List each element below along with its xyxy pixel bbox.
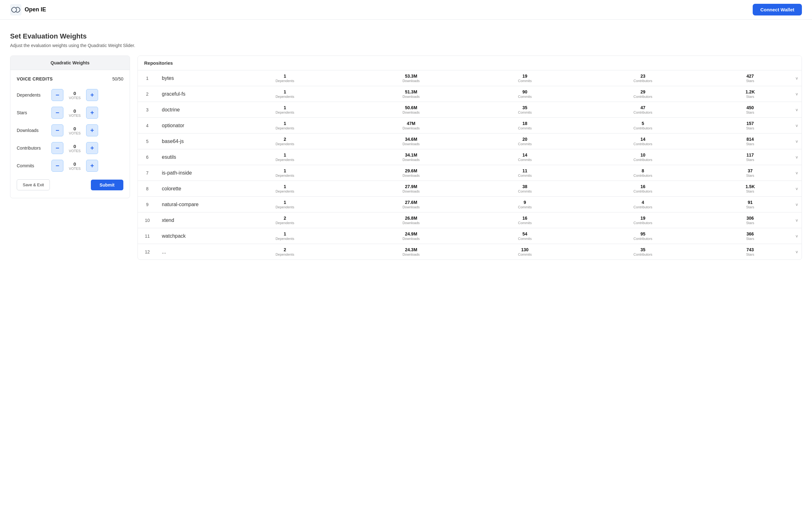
repo-name: natural-compare bbox=[157, 197, 220, 212]
weight-controls: − 0 VOTES + bbox=[51, 160, 98, 172]
repo-dependents: 1 Dependents bbox=[220, 71, 350, 86]
repo-commits: 90 Commits bbox=[472, 86, 577, 102]
weight-decrease-button[interactable]: − bbox=[51, 160, 63, 172]
repo-name: esutils bbox=[157, 149, 220, 165]
weight-increase-button[interactable]: + bbox=[86, 124, 98, 136]
repo-downloads: 27.6M Downloads bbox=[350, 197, 472, 212]
weight-number: 0 bbox=[66, 126, 83, 131]
repo-rank: 1 bbox=[138, 71, 157, 86]
weight-decrease-button[interactable]: − bbox=[51, 124, 63, 136]
repos-tbody: 1 bytes 1 Dependents 53.3M Downloads 19 … bbox=[138, 71, 802, 260]
repo-downloads: 34.1M Downloads bbox=[350, 149, 472, 165]
repo-dependents: 1 Dependents bbox=[220, 197, 350, 212]
repo-commits: 54 Commits bbox=[472, 228, 577, 244]
weight-value-block: 0 VOTES bbox=[66, 144, 83, 153]
repo-stars: 743 Stars bbox=[708, 244, 792, 260]
weight-rows-container: Dependents − 0 VOTES + Stars − 0 VOTES +… bbox=[17, 89, 123, 172]
repo-chevron-icon[interactable]: v bbox=[792, 134, 802, 149]
repo-chevron-icon[interactable]: v bbox=[792, 212, 802, 228]
repo-chevron-icon[interactable]: v bbox=[792, 197, 802, 212]
weight-row: Downloads − 0 VOTES + bbox=[17, 124, 123, 136]
table-row[interactable]: 3 doctrine 1 Dependents 50.6M Downloads … bbox=[138, 102, 802, 118]
weight-votes-label: VOTES bbox=[66, 96, 83, 100]
repo-chevron-icon[interactable]: v bbox=[792, 228, 802, 244]
connect-wallet-button[interactable]: Connect Wallet bbox=[753, 4, 802, 16]
weight-controls: − 0 VOTES + bbox=[51, 89, 98, 101]
repo-stars: 1.2K Stars bbox=[708, 86, 792, 102]
table-row[interactable]: 8 colorette 1 Dependents 27.9M Downloads… bbox=[138, 181, 802, 197]
weight-label: Downloads bbox=[17, 128, 51, 133]
repo-chevron-icon[interactable]: v bbox=[792, 118, 802, 134]
repo-rank: 5 bbox=[138, 134, 157, 149]
weight-increase-button[interactable]: + bbox=[86, 89, 98, 101]
repo-contributors: 10 Contributors bbox=[577, 149, 708, 165]
repo-name: graceful-fs bbox=[157, 86, 220, 102]
repo-commits: 130 Commits bbox=[472, 244, 577, 260]
table-row[interactable]: 12 ... 2 Dependents 24.3M Downloads 130 … bbox=[138, 244, 802, 260]
repo-chevron-icon[interactable]: v bbox=[792, 244, 802, 260]
weights-panel-body: VOICE CREDITS 50/50 Dependents − 0 VOTES… bbox=[10, 70, 129, 198]
repo-contributors: 8 Contributors bbox=[577, 165, 708, 181]
weight-value-block: 0 VOTES bbox=[66, 108, 83, 117]
weight-decrease-button[interactable]: − bbox=[51, 89, 63, 101]
table-row[interactable]: 2 graceful-fs 1 Dependents 51.3M Downloa… bbox=[138, 86, 802, 102]
repo-downloads: 47M Downloads bbox=[350, 118, 472, 134]
table-row[interactable]: 6 esutils 1 Dependents 34.1M Downloads 1… bbox=[138, 149, 802, 165]
table-row[interactable]: 5 base64-js 2 Dependents 34.6M Downloads… bbox=[138, 134, 802, 149]
submit-button[interactable]: Submit bbox=[91, 180, 123, 190]
save-exit-button[interactable]: Save & Exit bbox=[17, 179, 50, 190]
repo-commits: 19 Commits bbox=[472, 71, 577, 86]
repo-commits: 9 Commits bbox=[472, 197, 577, 212]
weight-label: Contributors bbox=[17, 145, 51, 151]
repo-name: watchpack bbox=[157, 228, 220, 244]
repo-dependents: 1 Dependents bbox=[220, 102, 350, 118]
repo-chevron-icon[interactable]: v bbox=[792, 102, 802, 118]
repos-table: 1 bytes 1 Dependents 53.3M Downloads 19 … bbox=[138, 71, 802, 260]
table-row[interactable]: 4 optionator 1 Dependents 47M Downloads … bbox=[138, 118, 802, 134]
table-row[interactable]: 9 natural-compare 1 Dependents 27.6M Dow… bbox=[138, 197, 802, 212]
weight-increase-button[interactable]: + bbox=[86, 107, 98, 119]
repo-downloads: 24.9M Downloads bbox=[350, 228, 472, 244]
repo-downloads: 24.3M Downloads bbox=[350, 244, 472, 260]
weight-votes-label: VOTES bbox=[66, 114, 83, 117]
weights-panel: Quadratic Weights VOICE CREDITS 50/50 De… bbox=[10, 56, 130, 198]
weight-decrease-button[interactable]: − bbox=[51, 142, 63, 154]
repo-dependents: 1 Dependents bbox=[220, 86, 350, 102]
repo-rank: 9 bbox=[138, 197, 157, 212]
repo-stars: 37 Stars bbox=[708, 165, 792, 181]
repo-commits: 14 Commits bbox=[472, 149, 577, 165]
repo-chevron-icon[interactable]: v bbox=[792, 181, 802, 197]
repo-downloads: 26.8M Downloads bbox=[350, 212, 472, 228]
repos-panel: Repositories 1 bytes 1 Dependents 53.3M … bbox=[138, 56, 802, 260]
repo-chevron-icon[interactable]: v bbox=[792, 86, 802, 102]
weight-value-block: 0 VOTES bbox=[66, 90, 83, 100]
weight-increase-button[interactable]: + bbox=[86, 160, 98, 172]
weight-decrease-button[interactable]: − bbox=[51, 107, 63, 119]
weight-increase-button[interactable]: + bbox=[86, 142, 98, 154]
repo-contributors: 29 Contributors bbox=[577, 86, 708, 102]
table-row[interactable]: 7 is-path-inside 1 Dependents 29.6M Down… bbox=[138, 165, 802, 181]
table-row[interactable]: 1 bytes 1 Dependents 53.3M Downloads 19 … bbox=[138, 71, 802, 86]
repo-contributors: 35 Contributors bbox=[577, 244, 708, 260]
repo-dependents: 1 Dependents bbox=[220, 228, 350, 244]
repo-chevron-icon[interactable]: v bbox=[792, 71, 802, 86]
weight-label: Dependents bbox=[17, 92, 51, 98]
repo-chevron-icon[interactable]: v bbox=[792, 165, 802, 181]
repo-downloads: 34.6M Downloads bbox=[350, 134, 472, 149]
repo-commits: 38 Commits bbox=[472, 181, 577, 197]
repo-name: ... bbox=[157, 244, 220, 260]
repo-chevron-icon[interactable]: v bbox=[792, 149, 802, 165]
repo-downloads: 50.6M Downloads bbox=[350, 102, 472, 118]
repo-dependents: 2 Dependents bbox=[220, 134, 350, 149]
repo-dependents: 2 Dependents bbox=[220, 212, 350, 228]
repo-contributors: 23 Contributors bbox=[577, 71, 708, 86]
weight-row: Stars − 0 VOTES + bbox=[17, 107, 123, 119]
repo-dependents: 1 Dependents bbox=[220, 181, 350, 197]
repo-contributors: 5 Contributors bbox=[577, 118, 708, 134]
table-row[interactable]: 10 xtend 2 Dependents 26.8M Downloads 16… bbox=[138, 212, 802, 228]
panel-footer: Save & Exit Submit bbox=[17, 179, 123, 190]
repo-dependents: 1 Dependents bbox=[220, 149, 350, 165]
table-row[interactable]: 11 watchpack 1 Dependents 24.9M Download… bbox=[138, 228, 802, 244]
repo-name: bytes bbox=[157, 71, 220, 86]
repo-rank: 11 bbox=[138, 228, 157, 244]
